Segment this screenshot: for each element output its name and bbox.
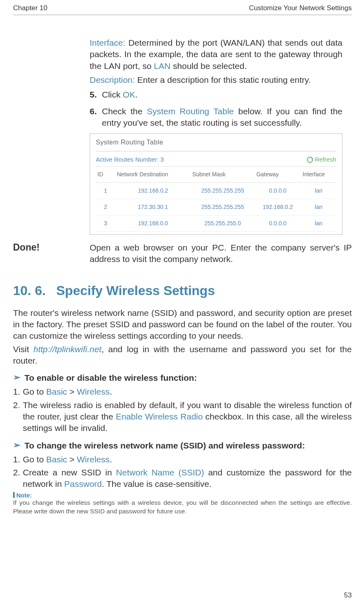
list-item: 2. Create a new SSID in Network Name (SS… xyxy=(13,467,352,490)
description-label: Description: xyxy=(90,75,135,84)
step-text: Check the System Routing Table below. If… xyxy=(102,106,342,129)
description-paragraph: Description: Enter a description for thi… xyxy=(90,74,342,86)
step-5: 5. Click OK. xyxy=(90,89,342,100)
note-label: Note: xyxy=(16,492,32,499)
description-text: Enter a description for this static rout… xyxy=(135,75,311,84)
page-number: 53 xyxy=(344,591,352,599)
intro-block: The router's wireless network name (SSID… xyxy=(13,307,352,367)
table-row: 1 192.168.0.2 255.255.255.255 0.0.0.0 la… xyxy=(96,183,336,199)
cell-mask: 255.255.255.255 xyxy=(191,199,255,215)
table-row: 2 172.30.30.1 255.255.255.255 192.168.0.… xyxy=(96,199,336,215)
active-routes-count: Active Routes Number: 3 xyxy=(96,155,164,164)
chapter-label: Chapter 10 xyxy=(13,4,47,12)
cell-mask: 255.255.255.0 xyxy=(191,215,255,231)
col-network-destination: Network Destination xyxy=(115,166,191,183)
note-header: Note: xyxy=(13,492,352,499)
section-number: 10. 6. xyxy=(13,283,56,298)
cell-gateway: 0.0.0.0 xyxy=(255,183,301,199)
step-6: 6. Check the System Routing Table below.… xyxy=(90,106,342,129)
steps-list: 5. Click OK. 6. Check the System Routing… xyxy=(90,89,342,129)
cell-id: 2 xyxy=(96,199,115,215)
cell-id: 1 xyxy=(96,183,115,199)
enable-disable-steps: 1. Go to Basic > Wireless. 2. The wirele… xyxy=(13,386,352,434)
routing-table: ID Network Destination Subnet Mask Gatew… xyxy=(96,166,336,232)
basic-link: Basic xyxy=(46,387,67,396)
cell-gateway: 0.0.0.0 xyxy=(255,215,301,231)
subsection-heading: To enable or disable the wireless functi… xyxy=(24,373,197,383)
interface-label: Interface: xyxy=(90,38,126,47)
step-number: 5. xyxy=(90,89,102,100)
cell-id: 3 xyxy=(96,215,115,231)
routing-panel-title: System Routing Table xyxy=(96,138,336,151)
table-row: 3 192.168.0.0 255.255.255.0 0.0.0.0 lan xyxy=(96,215,336,231)
refresh-button[interactable]: Refresh xyxy=(307,155,336,164)
note-bar-icon xyxy=(13,492,15,498)
page-header: Chapter 10 Customize Your Network Settin… xyxy=(13,0,352,15)
cell-interface: lan xyxy=(301,183,336,199)
item-text: Go to Basic > Wireless. xyxy=(23,386,352,397)
refresh-label: Refresh xyxy=(315,155,336,164)
wireless-link: Wireless xyxy=(77,387,110,396)
step-number: 6. xyxy=(90,106,102,129)
subsection-heading: To change the wireless network name (SSI… xyxy=(24,441,305,451)
enable-wireless-radio-label: Enable Wireless Radio xyxy=(116,412,203,421)
cell-mask: 255.255.255.255 xyxy=(191,183,255,199)
list-item: 1. Go to Basic > Wireless. xyxy=(13,386,352,397)
interface-highlight: LAN xyxy=(154,61,171,71)
done-label: Done! xyxy=(13,242,90,253)
done-section: Done! Open a web browser on your PC. Ent… xyxy=(13,242,352,265)
list-item: 1. Go to Basic > Wireless. xyxy=(13,454,352,465)
network-name-ssid-label: Network Name (SSID) xyxy=(116,468,204,477)
tplink-url[interactable]: http://tplinkwifi.net xyxy=(33,344,101,354)
item-text: Create a new SSID in Network Name (SSID)… xyxy=(23,467,352,490)
note-body: If you change the wireless settings with… xyxy=(13,499,352,516)
section-heading: 10. 6. Specify Wireless Settings xyxy=(13,283,352,298)
col-id: ID xyxy=(96,166,115,183)
table-header-row: ID Network Destination Subnet Mask Gatew… xyxy=(96,166,336,183)
page-title: Customize Your Network Settings xyxy=(249,4,352,12)
cell-dest: 192.168.0.2 xyxy=(115,183,191,199)
step-text: Click OK. xyxy=(102,89,342,100)
subsection-enable-disable: ➢ To enable or disable the wireless func… xyxy=(13,373,352,383)
cell-dest: 192.168.0.0 xyxy=(115,215,191,231)
item-text: The wireless radio is enabled by default… xyxy=(23,400,352,434)
item-number: 1. xyxy=(13,454,23,465)
cell-interface: lan xyxy=(301,199,336,215)
change-ssid-steps: 1. Go to Basic > Wireless. 2. Create a n… xyxy=(13,454,352,490)
intro-paragraph-1: The router's wireless network name (SSID… xyxy=(13,307,352,342)
item-text: Go to Basic > Wireless. xyxy=(23,454,352,465)
done-text: Open a web browser on your PC. Enter the… xyxy=(90,242,352,265)
section-title: Specify Wireless Settings xyxy=(56,283,215,298)
password-label: Password xyxy=(64,479,102,488)
subsection-change-ssid: ➢ To change the wireless network name (S… xyxy=(13,441,352,451)
col-interface: Interface xyxy=(301,166,336,183)
col-subnet-mask: Subnet Mask xyxy=(191,166,255,183)
cell-dest: 172.30.30.1 xyxy=(115,199,191,215)
main-content: Interface: Determined by the port (WAN/L… xyxy=(90,37,342,235)
cell-interface: lan xyxy=(301,215,336,231)
ok-link: OK xyxy=(123,90,135,99)
intro-paragraph-2: Visit http://tplinkwifi.net, and log in … xyxy=(13,344,352,367)
wireless-link: Wireless xyxy=(77,455,110,464)
interface-paragraph: Interface: Determined by the port (WAN/L… xyxy=(90,37,342,72)
routing-table-link: System Routing Table xyxy=(147,107,234,116)
refresh-icon xyxy=(307,157,313,163)
item-number: 2. xyxy=(13,467,23,490)
system-routing-table-panel: System Routing Table Active Routes Numbe… xyxy=(90,133,342,234)
basic-link: Basic xyxy=(46,455,67,464)
arrow-icon: ➢ xyxy=(13,441,24,451)
col-gateway: Gateway xyxy=(255,166,301,183)
item-number: 2. xyxy=(13,400,23,434)
item-number: 1. xyxy=(13,386,23,397)
interface-tail: should be selected. xyxy=(170,61,247,71)
cell-gateway: 192.168.0.2 xyxy=(255,199,301,215)
arrow-icon: ➢ xyxy=(13,373,24,383)
list-item: 2. The wireless radio is enabled by defa… xyxy=(13,400,352,434)
